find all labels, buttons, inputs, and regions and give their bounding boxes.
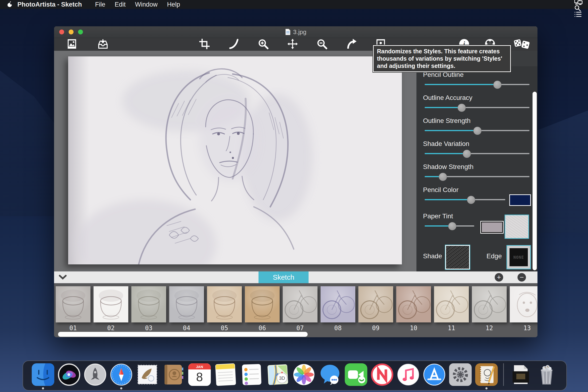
collapse-chevron-icon[interactable] — [58, 274, 67, 281]
style-thumbnail-09[interactable] — [358, 286, 393, 322]
dock-icon-siri[interactable] — [58, 363, 80, 386]
dock-icon-launchpad[interactable] — [84, 363, 106, 386]
menu-item-file[interactable]: File — [95, 1, 106, 8]
minimize-button[interactable] — [68, 30, 74, 34]
photoartista-window: 3.jpg i — [54, 26, 538, 337]
slider-knob-outline-accuracy[interactable] — [458, 104, 466, 112]
style-thumbnail-02[interactable] — [94, 286, 128, 322]
dock-icon-safari[interactable] — [110, 363, 132, 386]
redo-tool-icon[interactable] — [346, 38, 357, 50]
active-app-name[interactable]: PhotoArtista - Sketch — [18, 1, 82, 8]
style-thumbnail-10[interactable] — [396, 286, 431, 322]
shade-texture-swatch[interactable] — [445, 245, 470, 269]
dock-icon-calendar[interactable]: JAN8 — [188, 363, 211, 386]
remove-style-button[interactable]: − — [518, 273, 526, 282]
style-thumbnail-01[interactable] — [56, 286, 90, 322]
curve-tool-icon[interactable] — [228, 38, 240, 50]
edge-texture-swatch[interactable]: NONE — [506, 245, 531, 269]
style-thumbnail-strip: 01020304050607080910111213 — [54, 283, 538, 337]
move-tool-icon[interactable] — [287, 38, 298, 50]
style-thumbnail-06[interactable] — [245, 286, 280, 322]
dock-icon-reminders[interactable] — [240, 363, 263, 386]
add-style-button[interactable]: + — [495, 273, 503, 282]
thumbnail-number-10: 10 — [396, 324, 431, 332]
thumbnail-scrollbar[interactable] — [58, 332, 308, 337]
thumbnail-number-02: 02 — [94, 324, 128, 332]
slider-knob-shade-variation[interactable] — [463, 150, 471, 158]
apple-menu-icon[interactable] — [7, 1, 13, 8]
document-icon — [285, 29, 291, 35]
canvas-area — [54, 51, 416, 272]
title-bar[interactable]: 3.jpg — [54, 26, 538, 38]
slider-label-shade-variation: Shade Variation — [423, 140, 469, 148]
dock-icon-contacts[interactable] — [162, 363, 185, 386]
style-settings-panel: Pencil OutlineOutline AccuracyOutline St… — [416, 51, 538, 272]
slider-knob-paper-tint[interactable] — [448, 222, 456, 230]
style-thumbnail-03[interactable] — [131, 286, 166, 322]
dock-icon-finder[interactable] — [32, 363, 54, 386]
list-icon[interactable] — [574, 12, 583, 17]
edge-none-value: NONE — [510, 248, 528, 266]
style-thumbnail-08[interactable] — [320, 286, 355, 322]
dock-icon-mail[interactable] — [136, 363, 159, 386]
slider-knob-pencil-outline[interactable] — [493, 80, 502, 89]
sketch-artwork[interactable] — [68, 56, 402, 264]
slider-track-pencil-outline[interactable] — [425, 84, 530, 85]
style-thumbnail-12[interactable] — [472, 286, 507, 322]
dock-icon-trash[interactable] — [535, 363, 558, 386]
search-icon[interactable] — [574, 5, 583, 12]
svg-text:3D: 3D — [279, 376, 285, 381]
dock-icon-messages[interactable] — [319, 363, 341, 386]
dock-icon-preferences[interactable] — [449, 363, 472, 386]
dock-icon-photoartista[interactable] — [475, 363, 498, 386]
slider-knob-shadow-strength[interactable] — [439, 173, 447, 181]
slider-knob-outline-strength[interactable] — [473, 127, 482, 135]
dock-icon-facetime[interactable] — [345, 363, 367, 386]
running-indicator — [485, 387, 488, 390]
zoom-button[interactable] — [78, 30, 83, 34]
displays-icon[interactable] — [574, 0, 583, 5]
bottom-control-bar: Sketch + − — [54, 272, 538, 283]
panel-scrollbar[interactable] — [532, 92, 537, 270]
dock-icon-notes[interactable] — [214, 363, 237, 386]
style-thumbnail-11[interactable] — [434, 286, 469, 322]
menu-bar: PhotoArtista - Sketch FileEditWindowHelp — [0, 0, 588, 9]
style-thumbnail-04[interactable] — [169, 286, 204, 322]
style-sketch-button[interactable]: Sketch — [258, 272, 308, 283]
slider-fill — [425, 226, 452, 226]
dock-icon-maps[interactable]: 3D — [266, 363, 289, 386]
menu-item-edit[interactable]: Edit — [115, 1, 126, 8]
slider-knob-pencil-color[interactable] — [467, 196, 475, 204]
dock-icon-news[interactable] — [371, 363, 394, 386]
paper-tint-swatch[interactable] — [481, 222, 503, 233]
slider-track-outline-accuracy[interactable] — [425, 107, 530, 108]
slider-fill — [425, 199, 471, 200]
menu-item-window[interactable]: Window — [135, 1, 158, 8]
menu-item-help[interactable]: Help — [167, 1, 180, 8]
style-thumbnail-07[interactable] — [283, 286, 318, 322]
style-thumbnail-05[interactable] — [207, 286, 242, 322]
slider-track-shade-variation[interactable] — [425, 153, 530, 154]
export-tool-icon[interactable] — [97, 38, 108, 50]
close-button[interactable] — [59, 30, 64, 34]
style-thumbnail-13[interactable] — [510, 286, 538, 322]
dock-icon-appstore[interactable] — [423, 363, 446, 386]
paper-texture-swatch[interactable] — [504, 214, 529, 239]
slider-track-pencil-color[interactable] — [425, 199, 505, 200]
dock-icon-photos[interactable] — [292, 363, 315, 386]
shade-label: Shade — [423, 252, 442, 260]
zoom-out-tool-icon[interactable] — [316, 38, 328, 50]
zoom-in-tool-icon[interactable] — [258, 38, 269, 50]
crop-tool-icon[interactable] — [199, 38, 210, 50]
open-image-tool-icon[interactable] — [66, 38, 78, 50]
thumbnail-number-13: 13 — [510, 324, 538, 332]
running-indicator — [120, 387, 122, 390]
thumbnail-number-11: 11 — [434, 324, 469, 332]
pencil-color-swatch[interactable] — [509, 194, 531, 206]
dock-icon-document[interactable] — [509, 363, 532, 386]
slider-label-paper-tint: Paper Tint — [423, 212, 453, 220]
thumbnail-number-12: 12 — [472, 324, 507, 332]
slider-label-outline-accuracy: Outline Accuracy — [423, 94, 472, 102]
randomize-dice-tool-icon[interactable] — [514, 38, 530, 51]
dock-icon-music[interactable] — [397, 363, 420, 386]
